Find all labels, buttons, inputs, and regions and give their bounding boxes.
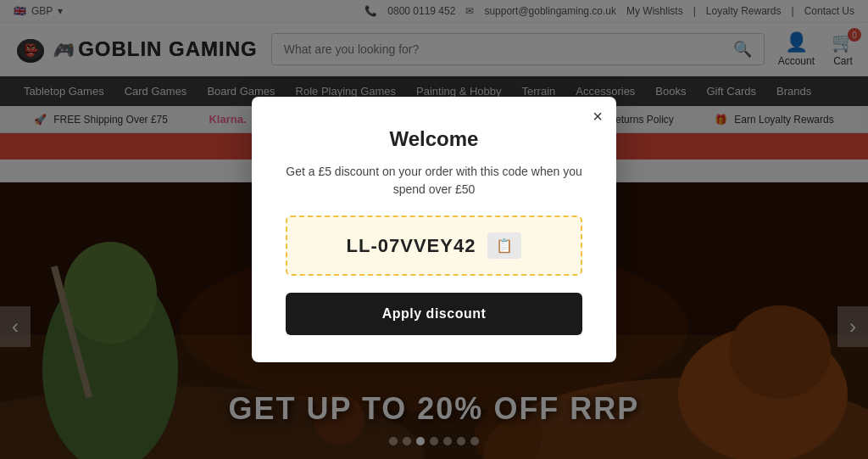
apply-discount-label: Apply discount (382, 306, 487, 321)
close-icon: × (593, 107, 603, 126)
copy-icon: 📋 (496, 238, 513, 253)
welcome-modal: × Welcome Get a £5 discount on your orde… (252, 97, 616, 362)
modal-close-button[interactable]: × (593, 107, 603, 126)
modal-overlay[interactable]: × Welcome Get a £5 discount on your orde… (0, 0, 868, 459)
modal-title: Welcome (286, 127, 582, 151)
copy-code-button[interactable]: 📋 (487, 232, 521, 259)
apply-discount-button[interactable]: Apply discount (286, 293, 582, 335)
discount-code: LL-07VVEY42 (347, 235, 476, 257)
discount-code-box: LL-07VVEY42 📋 (286, 216, 582, 276)
modal-description: Get a £5 discount on your order with thi… (286, 163, 582, 199)
